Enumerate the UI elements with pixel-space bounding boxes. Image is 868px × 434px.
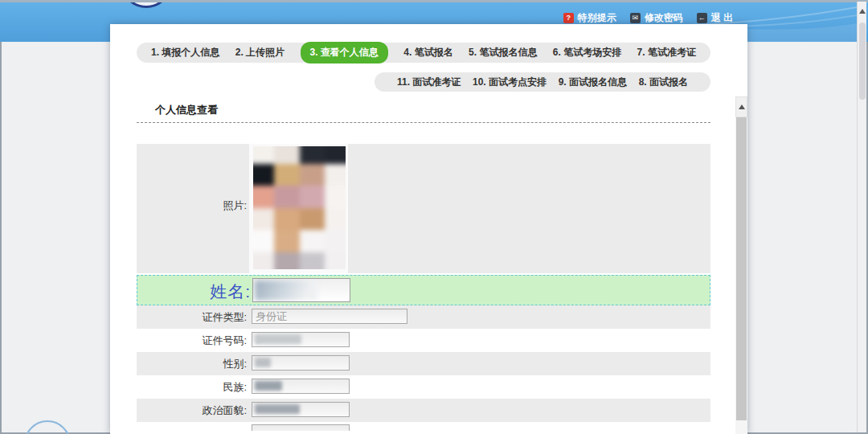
chevron-up-icon [739, 104, 745, 109]
panel-scrollbar[interactable] [735, 96, 747, 434]
name-input[interactable] [252, 278, 350, 302]
mosaic-cell [325, 146, 346, 164]
header-link-label: 退 出 [711, 11, 733, 25]
decorative-circle [24, 420, 71, 434]
mosaic-cell [274, 208, 300, 231]
photo-label: 照片: [137, 199, 247, 213]
page-title: 个人信息查看 [155, 103, 218, 117]
mosaic-cell [274, 146, 300, 164]
header-link-label: 特别提示 [578, 11, 616, 25]
mosaic-cell [253, 208, 274, 231]
field-label: 证件号码: [137, 329, 247, 352]
field-input[interactable]: 身份证 [252, 309, 407, 324]
title-divider [137, 122, 710, 123]
window-scrollbar-thumb[interactable] [859, 23, 866, 100]
steps-row-1: 1. 填报个人信息2. 上传照片3. 查看个人信息4. 笔试报名5. 笔试报名信… [137, 43, 710, 63]
form-fields: 证件类型:身份证证件号码:3性别:民族:政治面貌: [137, 305, 710, 422]
mosaic-cell [300, 164, 326, 186]
mosaic-cell [274, 186, 300, 208]
header-link-notice[interactable]: ?特别提示 [563, 11, 616, 25]
mosaic-cell [325, 164, 346, 186]
mosaic-cell [300, 146, 326, 164]
step-tab-7[interactable]: 7. 笔试准考证 [637, 46, 696, 59]
mosaic-cell [253, 186, 274, 208]
mosaic-cell [274, 230, 300, 252]
photo-row: 照片: [137, 144, 710, 273]
step-tab-3[interactable]: 3. 查看个人信息 [301, 42, 388, 63]
mosaic-cell [325, 208, 346, 231]
redacted-value [255, 334, 301, 344]
form-row: 证件号码:3 [137, 329, 710, 352]
mosaic-cell [300, 186, 326, 208]
mosaic-cell [300, 230, 326, 252]
window-scroll-up-button[interactable] [858, 2, 866, 21]
header-link-change-password[interactable]: ✉修改密码 [630, 11, 683, 25]
redacted-value [255, 381, 282, 391]
personal-info-form: 照片: 姓名: 证件类型:身份证证件号码:3性别:民族:政治面貌: [137, 144, 710, 431]
mosaic-cell [274, 252, 300, 270]
step-tab-5[interactable]: 5. 笔试报名信息 [469, 46, 537, 59]
mosaic-cell [325, 252, 346, 270]
logout-icon: ← [697, 13, 707, 23]
mosaic-cell [253, 146, 274, 164]
mosaic-cell [325, 230, 346, 252]
field-label: 民族: [137, 375, 247, 399]
field-label: 政治面貌: [137, 399, 247, 422]
applicant-photo [253, 146, 346, 269]
name-row: 姓名: [137, 275, 710, 305]
step-tab-9[interactable]: 9. 面试报名信息 [559, 76, 627, 89]
field-value: 身份证 [252, 309, 407, 323]
content-panel: 1. 填报个人信息2. 上传照片3. 查看个人信息4. 笔试报名5. 笔试报名信… [110, 24, 747, 434]
chevron-up-icon [859, 9, 866, 14]
panel-scroll-up-button[interactable] [735, 96, 747, 117]
step-tab-4[interactable]: 4. 笔试报名 [403, 46, 452, 59]
redacted-value [255, 404, 300, 414]
header-link-label: 修改密码 [645, 11, 683, 25]
mosaic-cell [253, 252, 274, 270]
form-row: 政治面貌: [137, 399, 710, 422]
field-input[interactable] [252, 355, 350, 371]
mosaic-cell [253, 230, 274, 252]
field-input[interactable] [252, 402, 350, 417]
mosaic-cell [300, 208, 326, 231]
photo-pixelated-mosaic [253, 146, 346, 269]
window-scrollbar[interactable] [857, 2, 866, 432]
field-label: 性别: [137, 352, 247, 375]
redacted-value [255, 358, 271, 367]
panel-scrollbar-thumb[interactable] [736, 117, 747, 420]
question-icon: ? [563, 13, 574, 23]
step-tab-11[interactable]: 11. 面试准考证 [397, 76, 461, 89]
field-input[interactable] [252, 379, 350, 394]
form-row: 民族: [137, 375, 710, 399]
step-tab-1[interactable]: 1. 填报个人信息 [151, 46, 219, 59]
site-logo-emblem [121, 2, 172, 8]
steps-row-2: 11. 面试准考证10. 面试考点安排9. 面试报名信息8. 面试报名 [375, 72, 710, 92]
step-tab-2[interactable]: 2. 上传照片 [235, 46, 285, 59]
partial-next-row [137, 422, 710, 431]
mosaic-cell [300, 252, 326, 270]
form-row: 证件类型:身份证 [137, 305, 710, 329]
envelope-icon: ✉ [630, 13, 641, 23]
header-link-logout[interactable]: ←退 出 [697, 11, 733, 25]
mosaic-cell [325, 186, 346, 208]
header-links: ?特别提示✉修改密码←退 出 [563, 11, 733, 25]
name-label: 姓名: [137, 280, 251, 303]
name-redacted-value [255, 280, 317, 301]
step-tab-6[interactable]: 6. 笔试考场安排 [553, 46, 621, 59]
field-label: 证件类型: [137, 305, 247, 329]
partial-next-input[interactable] [252, 424, 350, 431]
step-tab-8[interactable]: 8. 面试报名 [639, 76, 688, 89]
field-input[interactable]: 3 [252, 332, 350, 347]
step-tab-10[interactable]: 10. 面试考点安排 [473, 76, 547, 89]
mosaic-cell [253, 164, 274, 186]
app-window: ?特别提示✉修改密码←退 出 1. 填报个人信息2. 上传照片3. 查看个人信息… [0, 0, 868, 434]
form-row: 性别: [137, 352, 710, 375]
mosaic-cell [274, 164, 300, 186]
